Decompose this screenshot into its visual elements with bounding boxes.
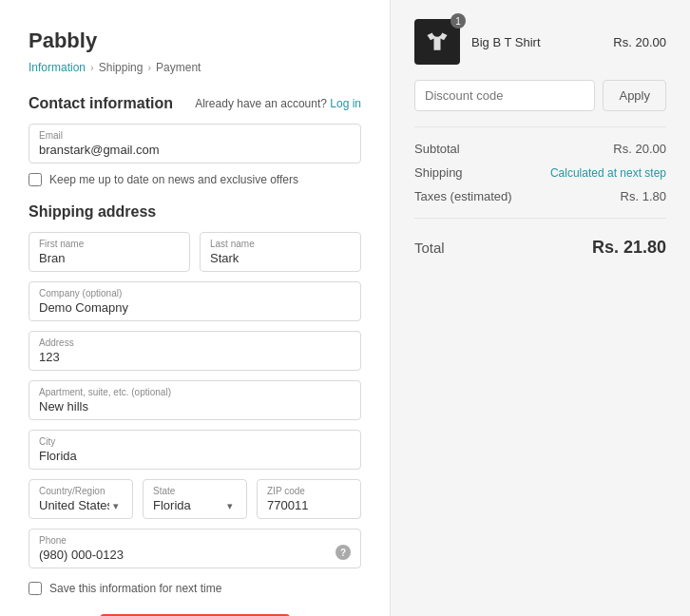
phone-field-box: Phone ? [29, 529, 361, 568]
state-select-box: State Florida [143, 479, 247, 519]
newsletter-row: Keep me up to date on news and exclusive… [29, 173, 361, 186]
product-name: Big B T Shirt [471, 35, 602, 49]
total-label: Total [414, 240, 445, 256]
first-name-label: First name [39, 239, 180, 249]
total-row: Total Rs. 21.80 [414, 228, 666, 262]
subtotal-value: Rs. 20.00 [613, 142, 666, 156]
state-select-wrapper: Florida [153, 498, 237, 512]
phone-input[interactable] [39, 548, 328, 562]
breadcrumb: Information › Shipping › Payment [29, 61, 361, 74]
last-name-label: Last name [210, 239, 351, 249]
phone-group: Phone ? [29, 529, 361, 568]
zip-label: ZIP code [267, 486, 351, 496]
discount-row: Apply [414, 80, 666, 111]
state-select[interactable]: Florida [153, 498, 237, 512]
apartment-label: Apartment, suite, etc. (optional) [39, 387, 351, 397]
login-link[interactable]: Log in [330, 97, 361, 110]
save-info-label: Save this information for next time [49, 582, 221, 595]
taxes-value: Rs. 1.80 [621, 189, 666, 203]
save-info-row: Save this information for next time [29, 582, 361, 595]
address-group: Address [29, 331, 361, 371]
apartment-group: Apartment, suite, etc. (optional) [29, 380, 361, 420]
save-info-checkbox[interactable] [29, 582, 42, 595]
summary-divider-1 [414, 126, 666, 127]
state-label: State [153, 486, 237, 496]
shipping-section-title: Shipping address [29, 203, 361, 221]
country-select-box: Country/Region United States [29, 479, 133, 519]
app-title: Pabbly [29, 29, 361, 53]
company-group: Company (optional) [29, 281, 361, 321]
country-select-wrapper: United States [39, 498, 123, 512]
zip-field-box: ZIP code [257, 479, 361, 519]
apartment-field-box: Apartment, suite, etc. (optional) [29, 380, 361, 420]
total-value: Rs. 21.80 [592, 238, 666, 258]
last-name-field-box: Last name [200, 232, 361, 272]
zip-input[interactable] [267, 498, 351, 512]
product-img-wrapper: 1 [414, 19, 460, 65]
address-field-box: Address [29, 331, 361, 371]
address-input[interactable] [39, 350, 351, 364]
last-name-input[interactable] [210, 251, 351, 265]
summary-divider-2 [414, 218, 666, 219]
tshirt-icon [424, 29, 450, 55]
first-name-field-box: First name [29, 232, 190, 272]
already-account-text: Already have an account? [195, 97, 327, 110]
phone-help-icon[interactable]: ? [335, 545, 351, 560]
email-label: Email [39, 130, 351, 141]
product-price: Rs. 20.00 [613, 35, 666, 49]
apartment-input[interactable] [39, 399, 351, 414]
breadcrumb-sep-1: › [90, 62, 94, 73]
product-badge: 1 [450, 13, 466, 29]
breadcrumb-payment[interactable]: Payment [156, 61, 201, 74]
email-field-box: Email [29, 124, 361, 164]
contact-section-header: Contact information Already have an acco… [29, 95, 361, 112]
order-item: 1 Big B T Shirt Rs. 20.00 [414, 19, 666, 65]
account-link: Already have an account? Log in [195, 97, 361, 110]
right-panel: 1 Big B T Shirt Rs. 20.00 Apply Subtotal… [390, 0, 690, 616]
breadcrumb-shipping[interactable]: Shipping [99, 61, 144, 74]
breadcrumb-sep-2: › [147, 62, 151, 73]
taxes-label: Taxes (estimated) [414, 189, 512, 203]
region-group: Country/Region United States State Flori… [29, 479, 361, 519]
company-label: Company (optional) [39, 288, 351, 298]
shipping-row: Shipping Calculated at next step [414, 161, 666, 184]
first-name-input[interactable] [39, 251, 180, 265]
company-field-box: Company (optional) [29, 281, 361, 321]
city-input[interactable] [39, 449, 351, 463]
newsletter-label: Keep me up to date on news and exclusive… [49, 173, 298, 186]
subtotal-label: Subtotal [414, 142, 460, 156]
left-panel: Pabbly Information › Shipping › Payment … [0, 0, 390, 616]
breadcrumb-information[interactable]: Information [29, 61, 86, 74]
email-input[interactable] [39, 143, 351, 157]
shipping-value: Calculated at next step [550, 166, 666, 180]
phone-inner: Phone [39, 535, 328, 562]
contact-section-title: Contact information [29, 95, 173, 112]
company-input[interactable] [39, 300, 351, 315]
city-field-box: City [29, 430, 361, 470]
taxes-row: Taxes (estimated) Rs. 1.80 [414, 184, 666, 208]
email-group: Email [29, 124, 361, 164]
country-label: Country/Region [39, 486, 123, 496]
discount-code-input[interactable] [414, 80, 595, 111]
shipping-label: Shipping [414, 165, 463, 180]
subtotal-row: Subtotal Rs. 20.00 [414, 137, 666, 161]
city-label: City [39, 436, 351, 447]
city-group: City [29, 430, 361, 470]
newsletter-checkbox[interactable] [29, 173, 42, 186]
apply-button[interactable]: Apply [603, 80, 666, 111]
address-label: Address [39, 337, 351, 348]
country-select[interactable]: United States [39, 498, 123, 512]
phone-label: Phone [39, 535, 328, 546]
name-group: First name Last name [29, 232, 361, 272]
